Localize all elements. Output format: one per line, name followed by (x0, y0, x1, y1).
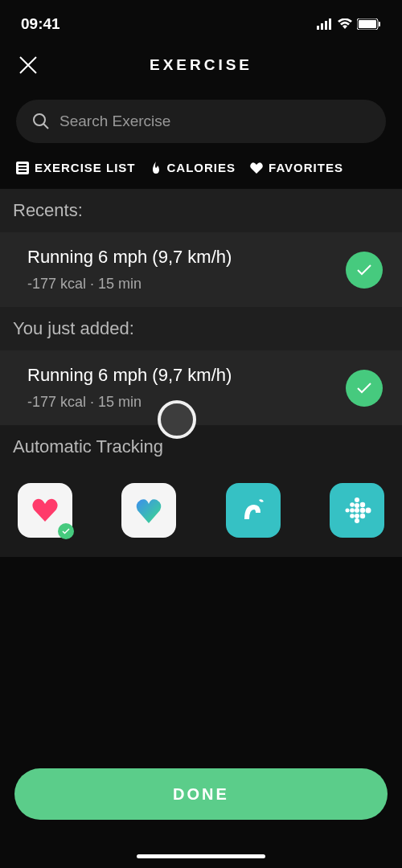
svg-point-19 (355, 514, 359, 518)
svg-rect-9 (18, 164, 27, 166)
search-input[interactable] (59, 113, 370, 130)
svg-rect-10 (18, 167, 27, 169)
svg-point-17 (355, 503, 359, 508)
svg-rect-2 (325, 21, 327, 30)
search-bar[interactable] (16, 100, 386, 143)
svg-point-16 (355, 497, 359, 502)
status-icons (317, 18, 381, 30)
exercise-info: Running 6 mph (9,7 km/h) -177 kcal · 15 … (27, 247, 232, 293)
heart-icon (250, 162, 263, 174)
svg-point-24 (365, 508, 371, 514)
battery-icon (357, 18, 381, 30)
app-connected-badge (58, 523, 74, 539)
svg-point-14 (350, 508, 355, 513)
exercise-meta: -177 kcal · 15 min (27, 276, 232, 293)
done-button[interactable]: DONE (14, 768, 388, 820)
done-label: DONE (173, 785, 229, 804)
exercise-title: Running 6 mph (9,7 km/h) (27, 365, 232, 386)
exercise-title: Running 6 mph (9,7 km/h) (27, 247, 232, 268)
svg-rect-3 (329, 18, 331, 30)
tab-label: CALORIES (167, 161, 236, 174)
app-health[interactable] (18, 483, 72, 538)
svg-point-20 (355, 518, 359, 523)
status-time: 09:41 (21, 15, 60, 33)
svg-rect-11 (18, 170, 27, 172)
svg-rect-0 (317, 26, 319, 30)
svg-rect-1 (321, 23, 323, 30)
tab-exercise-list[interactable]: EXERCISE LIST (16, 161, 136, 174)
check-button[interactable] (346, 370, 383, 407)
svg-rect-6 (379, 22, 380, 27)
wifi-icon (338, 18, 352, 30)
svg-rect-5 (359, 20, 376, 28)
check-icon (62, 528, 70, 534)
signal-icon (317, 18, 333, 30)
exercise-info: Running 6 mph (9,7 km/h) -177 kcal · 15 … (27, 365, 232, 411)
tab-calories[interactable]: CALORIES (150, 161, 236, 174)
list-icon (16, 162, 29, 174)
svg-point-7 (34, 114, 45, 125)
page-title: EXERCISE (150, 56, 252, 74)
close-button[interactable] (18, 55, 39, 76)
tab-favorites[interactable]: FAVORITES (250, 161, 343, 174)
search-icon (32, 113, 50, 130)
fitbit-icon (341, 494, 373, 526)
exercise-row[interactable]: Running 6 mph (9,7 km/h) -177 kcal · 15 … (0, 350, 402, 425)
check-button[interactable] (346, 252, 383, 289)
recents-header: Recents: (0, 189, 402, 232)
svg-point-15 (350, 514, 355, 518)
apple-health-icon (31, 497, 59, 523)
exercise-meta: -177 kcal · 15 min (27, 394, 232, 411)
automatic-tracking-header: Automatic Tracking (0, 425, 402, 469)
flame-icon (150, 162, 162, 174)
check-icon (356, 264, 372, 276)
runkeeper-icon (238, 495, 269, 526)
tab-label: FAVORITES (269, 161, 343, 174)
just-added-header: You just added: (0, 307, 402, 350)
app-fitbit[interactable] (330, 483, 384, 538)
home-indicator[interactable] (137, 854, 265, 858)
svg-point-22 (360, 508, 365, 513)
svg-point-18 (355, 508, 359, 513)
close-icon (18, 55, 39, 76)
samsung-health-icon (133, 496, 165, 525)
app-runkeeper[interactable] (226, 483, 281, 538)
tabs: EXERCISE LIST CALORIES FAVORITES (0, 153, 402, 189)
svg-point-12 (345, 509, 349, 513)
check-icon (356, 382, 372, 395)
exercise-row[interactable]: Running 6 mph (9,7 km/h) -177 kcal · 15 … (0, 232, 402, 307)
tab-label: EXERCISE LIST (35, 161, 136, 174)
header: EXERCISE (0, 40, 402, 90)
svg-point-21 (360, 502, 365, 507)
svg-point-23 (360, 514, 365, 518)
status-bar: 09:41 (0, 0, 402, 40)
app-samsung-health[interactable] (121, 483, 176, 538)
svg-point-13 (350, 502, 355, 507)
app-grid (0, 469, 402, 557)
